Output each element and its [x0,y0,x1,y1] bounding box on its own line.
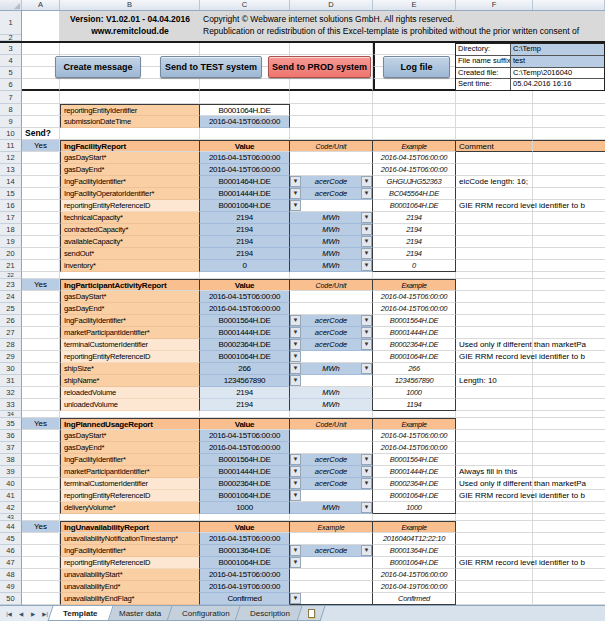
row-number-10[interactable]: 10 [0,128,22,140]
send-yes-cell[interactable]: Yes [22,279,60,291]
code-unit-cell[interactable] [290,569,373,581]
field-value[interactable]: 2194 [200,399,290,411]
dropdown-arrow-icon[interactable]: ▼ [290,375,301,386]
dropdown-arrow-icon[interactable]: ▼ [290,545,301,556]
global-field-value[interactable]: 2016-04-15T06:00:00 [200,116,290,128]
field-value[interactable]: 2194 [200,248,290,260]
row-number-36[interactable]: 36 [0,430,22,442]
dropdown-arrow-icon[interactable]: ▼ [290,339,301,350]
field-value[interactable]: 0 [200,260,290,272]
field-value[interactable]: 2194 [200,236,290,248]
send-to-test-button[interactable]: Send to TEST system [160,56,262,78]
dropdown-arrow-icon[interactable]: ▼ [290,454,301,465]
prev-sheet-icon[interactable]: ◀ [15,608,27,620]
create-message-button[interactable]: Create message [55,56,141,78]
column-header-C[interactable]: C [200,0,290,10]
field-value[interactable]: B0001564H.DE [200,315,290,327]
row-number-19[interactable]: 19 [0,236,22,248]
column-header-E[interactable]: E [373,0,456,10]
field-value[interactable]: Confirmed [200,593,290,605]
insert-worksheet-tab[interactable] [297,606,326,621]
dropdown-arrow-icon[interactable]: ▼ [361,478,372,489]
row-number-22[interactable]: 22 [0,272,22,279]
code-unit-cell[interactable] [290,430,373,442]
code-unit-cell[interactable]: MWh▼ [290,260,373,272]
code-unit-cell[interactable]: MWh▼ [290,236,373,248]
dropdown-arrow-icon[interactable]: ▼ [290,478,301,489]
code-unit-cell[interactable] [290,581,373,593]
tab-template[interactable]: Template [48,606,113,621]
dropdown-arrow-icon[interactable]: ▼ [361,502,372,513]
global-field-value[interactable]: B0001064H.DE [200,104,290,116]
row-number-5[interactable]: 5 [0,67,22,79]
first-sheet-icon[interactable]: |◀ [3,608,15,620]
dropdown-arrow-icon[interactable]: ▼ [290,557,301,568]
field-value[interactable]: B0001064H.DE [200,490,290,502]
row-number-1[interactable]: 1 [0,11,21,35]
row-number-25[interactable]: 25 [0,303,22,315]
field-value[interactable]: 1234567890 [200,375,290,387]
column-header-D[interactable]: D [290,0,373,10]
row-number-3[interactable]: 3 [0,43,22,55]
code-unit-cell[interactable]: MWh [290,399,373,411]
row-number-6[interactable]: 6 [0,79,22,91]
field-value[interactable]: 2016-04-15T06:00:00 [200,291,290,303]
field-value[interactable]: B0001444H.DE [200,188,290,200]
row-number-2[interactable]: 2 [0,35,21,41]
code-unit-cell[interactable]: ▼ [290,593,373,605]
code-unit-cell[interactable]: MWh▼▼ [290,363,373,375]
code-unit-cell[interactable]: MWh▼ [290,224,373,236]
row-number-39[interactable]: 39 [0,466,22,478]
field-value[interactable]: 2016-04-15T06:00:00 [200,152,290,164]
row-number-7[interactable]: 7 [0,91,22,104]
send-yes-cell[interactable]: Yes [22,140,60,152]
code-unit-cell[interactable]: ▼ [290,490,373,502]
field-value[interactable]: 2016-04-15T06:00:00 [200,164,290,176]
row-number-24[interactable]: 24 [0,291,22,303]
field-value[interactable]: B0001444H.DE [200,466,290,478]
dropdown-arrow-icon[interactable]: ▼ [361,224,372,235]
code-unit-cell[interactable]: acerCode▼▼ [290,327,373,339]
code-unit-cell[interactable]: acerCode▼▼ [290,545,373,557]
row-number-12[interactable]: 12 [0,152,22,164]
row-number-8[interactable]: 8 [0,104,22,116]
dropdown-arrow-icon[interactable]: ▼ [290,490,301,501]
code-unit-cell[interactable] [290,291,373,303]
dropdown-arrow-icon[interactable]: ▼ [361,363,372,374]
file-name-suffix-value[interactable]: test [511,56,604,67]
row-number-18[interactable]: 18 [0,224,22,236]
code-unit-cell[interactable]: ▼ [290,200,373,212]
row-number-31[interactable]: 31 [0,375,22,387]
field-value[interactable]: 2016-04-15T06:00:00 [200,430,290,442]
send-to-prod-button[interactable]: Send to PROD system [268,56,371,78]
row-number-42[interactable]: 42 [0,502,22,514]
field-value[interactable]: B0002364H.DE [200,339,290,351]
code-unit-cell[interactable]: acerCode▼▼ [290,176,373,188]
field-value[interactable]: B0001064H.DE [200,200,290,212]
row-number-46[interactable]: 46 [0,545,22,557]
dropdown-arrow-icon[interactable]: ▼ [361,454,372,465]
row-number-30[interactable]: 30 [0,363,22,375]
field-value[interactable]: 2016-04-15T06:00:00 [200,569,290,581]
dropdown-arrow-icon[interactable]: ▼ [361,248,372,259]
field-value[interactable]: B0001364H.DE [200,545,290,557]
row-number-28[interactable]: 28 [0,339,22,351]
code-unit-cell[interactable]: ▼ [290,351,373,363]
dropdown-arrow-icon[interactable]: ▼ [290,466,301,477]
row-number-44[interactable]: 44 [0,521,22,533]
directory-value[interactable]: C:\Temp [511,44,604,55]
row-number-40[interactable]: 40 [0,478,22,490]
row-number-27[interactable]: 27 [0,327,22,339]
row-number-4[interactable]: 4 [0,55,22,67]
dropdown-arrow-icon[interactable]: ▼ [361,339,372,350]
field-value[interactable]: B0001064H.DE [200,557,290,569]
dropdown-arrow-icon[interactable]: ▼ [361,188,372,199]
column-header-B[interactable]: B [60,0,200,10]
row-number-49[interactable]: 49 [0,581,22,593]
row-number-35[interactable]: 35 [0,418,22,430]
row-number-37[interactable]: 37 [0,442,22,454]
next-sheet-icon[interactable]: ▶ [27,608,39,620]
dropdown-arrow-icon[interactable]: ▼ [290,176,301,187]
dropdown-arrow-icon[interactable]: ▼ [361,327,372,338]
row-number-17[interactable]: 17 [0,212,22,224]
